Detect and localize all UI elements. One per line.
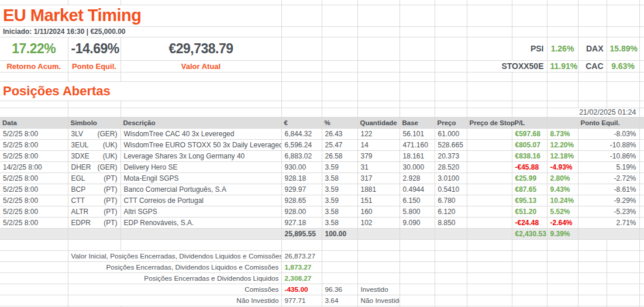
stat-return-value[interactable]: 17.22% [0, 37, 68, 60]
cell-pct[interactable]: 3.58 [322, 173, 357, 184]
cell-breakeven[interactable]: -8.03% [578, 128, 639, 139]
cell-stop-price[interactable] [467, 128, 512, 139]
col-header-pl[interactable]: P/L [512, 117, 547, 128]
cell-symbol[interactable]: ALTR(PT) [68, 206, 120, 217]
cell-date[interactable]: 5/2/25 8:00 [0, 184, 68, 195]
cell-description[interactable]: Mota-Engil SGPS [120, 173, 281, 184]
cell-stop-price[interactable] [467, 161, 512, 173]
col-header-preco[interactable]: Preço [435, 117, 467, 128]
cell-pct[interactable]: 3.59 [322, 195, 357, 206]
cell-pct[interactable]: 3.59 [322, 161, 357, 173]
cell-breakeven[interactable]: -8.61% [578, 184, 639, 195]
stat-current-label[interactable]: Valor Atual [120, 60, 281, 72]
cell-pl-eur[interactable]: -€45.88 [512, 161, 547, 173]
cell-price[interactable]: 61.000 [435, 128, 467, 139]
cell-pct[interactable]: 25.47 [322, 139, 357, 150]
cell-breakeven[interactable]: -2.72% [578, 173, 639, 184]
index-stoxx-value[interactable]: 11.91% [547, 60, 578, 72]
cell-symbol[interactable]: BCP(PT) [68, 184, 120, 195]
cell-base[interactable]: 6.150 [400, 195, 435, 206]
cell-price[interactable]: 6.780 [435, 195, 467, 206]
cell-base[interactable]: 471.160 [400, 139, 435, 150]
cell-date[interactable]: 14/2/25 8:00 [0, 161, 68, 173]
cell-eur[interactable]: 927.18 [281, 217, 322, 228]
cell-date[interactable]: 5/2/25 8:00 [0, 206, 68, 217]
cell-stop-price[interactable] [467, 195, 512, 206]
cell-date[interactable]: 5/2/25 8:00 [0, 139, 68, 150]
index-psi-label[interactable]: PSI [512, 37, 547, 60]
cell-pl-pct[interactable]: -2.64% [547, 217, 578, 228]
cell-base[interactable]: 30.000 [400, 161, 435, 173]
report-timestamp[interactable]: 21/02/2025 01:24 [547, 108, 639, 117]
cell-quantity[interactable]: 14 [357, 139, 400, 150]
cell-description[interactable]: WisdomTree EURO STOXX 50 3x Daily Levera… [120, 139, 281, 150]
summary-label[interactable]: Posições Encerradas e Dividendos Liquido… [68, 272, 281, 284]
cell-price[interactable]: 28.520 [435, 161, 467, 173]
stat-breakeven-value[interactable]: -14.69% [68, 37, 120, 60]
cell-price[interactable]: 0.5410 [435, 184, 467, 195]
summary-value[interactable]: 26,873.27 [281, 250, 322, 261]
cell-quantity[interactable]: 102 [357, 217, 400, 228]
cell-pct[interactable]: 3.58 [322, 217, 357, 228]
col-header-simbolo[interactable]: Simbolo [68, 117, 120, 128]
cell-stop-price[interactable] [467, 184, 512, 195]
index-psi-value[interactable]: 1.26% [547, 37, 578, 60]
cell-quantity[interactable]: 160 [357, 206, 400, 217]
cell-date[interactable]: 5/2/25 8:00 [0, 128, 68, 139]
cell-symbol[interactable]: 3DXE(UK) [68, 150, 120, 161]
cell-pl-eur[interactable]: -€24.48 [512, 217, 547, 228]
cell-symbol[interactable]: DHER(GER) [68, 161, 120, 173]
cell-breakeven[interactable]: -9.29% [578, 195, 639, 206]
cell-eur[interactable]: 928.18 [281, 173, 322, 184]
summary-value[interactable]: 977.71 [281, 295, 322, 306]
total-eur[interactable]: 25,895.55 [281, 228, 322, 239]
summary-label[interactable]: Valor Inicial, Posições Encerradas, Divi… [68, 250, 281, 261]
cell-pl-eur[interactable]: €51.20 [512, 206, 547, 217]
total-pl-eur[interactable]: €2,430.53 [512, 228, 547, 239]
cell-eur[interactable]: 6,844.32 [281, 128, 322, 139]
col-header-data[interactable]: Data [0, 117, 68, 128]
cell-base[interactable]: 2.928 [400, 173, 435, 184]
cell-pl-pct[interactable]: 8.73% [547, 128, 578, 139]
cell-description[interactable]: Delivery Hero SE [120, 161, 281, 173]
stat-breakeven-label[interactable]: Ponto Equil. [68, 60, 120, 72]
cell-description[interactable]: Banco Comercial Português, S.A [120, 184, 281, 195]
cell-symbol[interactable]: EDPR(PT) [68, 217, 120, 228]
start-info[interactable]: Iniciado: 1/11/2024 16:30 | €25,000.00 [0, 26, 281, 37]
col-header-eur[interactable]: € [281, 117, 322, 128]
index-cac-value[interactable]: 9.63% [607, 60, 639, 72]
col-header-base[interactable]: Base [400, 117, 435, 128]
cell-price[interactable]: 6.120 [435, 206, 467, 217]
cell-eur[interactable]: 928.65 [281, 195, 322, 206]
cell-pl-eur[interactable]: €838.16 [512, 150, 547, 161]
cell-description[interactable]: Leverage Shares 3x Long Germany 40 [120, 150, 281, 161]
cell-price[interactable]: 528.665 [435, 139, 467, 150]
cell-symbol[interactable]: CTT(PT) [68, 195, 120, 206]
col-header-preco-stop[interactable]: Preço de Stop [467, 117, 512, 128]
cell-breakeven[interactable]: 5.19% [578, 161, 639, 173]
cell-base[interactable]: 9.090 [400, 217, 435, 228]
cell-description[interactable]: WisdomTree CAC 40 3x Levereged [120, 128, 281, 139]
summary-value[interactable]: -435.00 [281, 284, 322, 295]
total-pl-pct[interactable]: 9.39% [547, 228, 578, 239]
col-header-descricao[interactable]: Descrição [120, 117, 281, 128]
cell-pl-pct[interactable]: 12.18% [547, 150, 578, 161]
cell-pl-pct[interactable]: 9.43% [547, 184, 578, 195]
index-dax-label[interactable]: DAX [578, 37, 607, 60]
summary-pct-invested[interactable]: 96.36 [322, 284, 357, 295]
cell-symbol[interactable]: 3EUL(UK) [68, 139, 120, 150]
section-title-open-positions[interactable]: Posições Abertas [0, 81, 281, 101]
cell-description[interactable]: EDP Renováveis, S.A. [120, 217, 281, 228]
cell-date[interactable]: 5/2/25 8:00 [0, 217, 68, 228]
cell-breakeven[interactable]: -10.86% [578, 150, 639, 161]
cell-pl-pct[interactable]: -4.93% [547, 161, 578, 173]
cell-pl-pct[interactable]: 12.20% [547, 139, 578, 150]
cell-eur[interactable]: 930.00 [281, 161, 322, 173]
cell-base[interactable]: 56.101 [400, 128, 435, 139]
cell-price[interactable]: 8.850 [435, 217, 467, 228]
cell-date[interactable]: 5/2/25 8:00 [0, 150, 68, 161]
cell-pct[interactable]: 3.58 [322, 206, 357, 217]
col-header-pct[interactable]: % [322, 117, 357, 128]
cell-eur[interactable]: 6,883.02 [281, 150, 322, 161]
cell-base[interactable]: 18.161 [400, 150, 435, 161]
